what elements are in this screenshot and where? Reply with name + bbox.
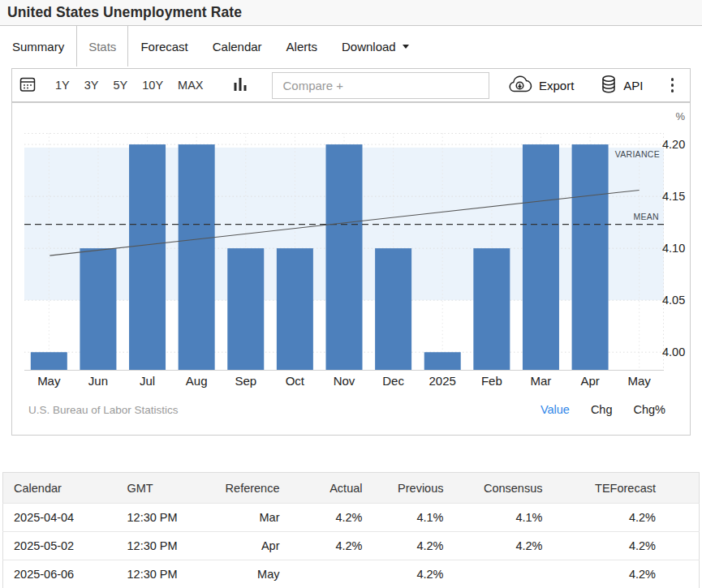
y-axis-tick-label: 4.15	[662, 188, 690, 204]
x-axis-tick-label: Nov	[318, 374, 370, 388]
database-icon	[601, 75, 617, 97]
bar-Dec[interactable]	[375, 248, 411, 370]
x-axis-tick-label: Aug	[170, 374, 222, 388]
date-range-calendar-button[interactable]	[19, 75, 37, 96]
range-button-5y[interactable]: 5Y	[106, 79, 136, 92]
bar-Mar[interactable]	[523, 144, 559, 370]
bar-Nov[interactable]	[326, 144, 363, 370]
kebab-dot	[671, 84, 674, 87]
bar-Apr[interactable]	[572, 144, 609, 370]
export-label: Export	[539, 79, 574, 92]
legend-link-chg[interactable]: Chg	[591, 403, 613, 416]
bar-Jul[interactable]	[129, 144, 166, 370]
tab-label: Calendar	[213, 40, 262, 54]
table-header-previous: Previous	[369, 473, 450, 504]
table-header-teforecast: TEForecast	[549, 473, 700, 504]
bar-2025[interactable]	[424, 352, 461, 370]
chart-toolbar: 1Y3Y5Y10YMAX Export	[11, 68, 691, 102]
range-selector: 1Y3Y5Y10YMAX	[48, 79, 210, 92]
y-axis-tick-label: 4.05	[662, 292, 690, 308]
table-header-reference: Reference	[209, 473, 286, 504]
table-cell	[286, 560, 369, 588]
table-cell: 4.2%	[286, 504, 369, 532]
table-cell: 12:30 PM	[117, 504, 209, 532]
legend-link-chg[interactable]: Chg%	[634, 403, 666, 416]
y-axis-tick-label: 4.20	[662, 136, 690, 152]
calendar-icon	[19, 75, 37, 96]
x-axis-tick-label: Apr	[564, 374, 616, 388]
mean-label: MEAN	[633, 212, 659, 221]
tab-forecast[interactable]: Forecast	[128, 26, 200, 67]
table-header-gmt: GMT	[117, 473, 209, 504]
bar-May[interactable]	[31, 352, 67, 370]
range-button-1y[interactable]: 1Y	[48, 79, 77, 92]
chart-plot	[24, 133, 664, 373]
table-cell: 12:30 PM	[117, 532, 209, 560]
x-axis-tick-label: Feb	[466, 374, 518, 388]
tab-download[interactable]: Download	[329, 26, 421, 67]
export-button[interactable]: Export	[507, 75, 574, 96]
tab-alerts[interactable]: Alerts	[274, 26, 329, 67]
x-axis-tick-label: May	[614, 374, 665, 388]
tab-label: Forecast	[140, 40, 187, 54]
page-title: United States Unemployment Rate	[7, 4, 242, 21]
table-cell: 4.2%	[369, 532, 450, 560]
bar-Jun[interactable]	[80, 248, 116, 370]
bar-Aug[interactable]	[179, 144, 215, 370]
legend-link-value[interactable]: Value	[540, 403, 570, 416]
table-cell: Apr	[209, 532, 286, 560]
kebab-dot	[671, 89, 674, 92]
table-cell: 4.2%	[549, 504, 700, 532]
table-row: 2025-05-0212:30 PMApr4.2%4.2%4.2%4.2%	[3, 532, 700, 560]
tab-summary[interactable]: Summary	[0, 26, 76, 67]
calendar-table-wrap: CalendarGMTReferenceActualPreviousConsen…	[2, 472, 700, 588]
y-axis-tick-label: 4.00	[662, 344, 690, 360]
x-axis-tick-label: Sep	[220, 374, 272, 388]
tab-label: Download	[342, 40, 396, 54]
table-cell: 4.2%	[369, 560, 450, 588]
table-row: 2025-06-0612:30 PMMay4.2%4.2%	[3, 560, 700, 588]
table-cell: 4.2%	[549, 532, 700, 560]
source-attribution: U.S. Bureau of Labor Statistics	[28, 404, 179, 416]
bar-Oct[interactable]	[277, 248, 313, 370]
x-axis-tick-label: 2025	[416, 374, 468, 388]
table-cell: 4.2%	[549, 560, 700, 588]
y-axis-unit: %	[675, 110, 685, 122]
range-button-3y[interactable]: 3Y	[77, 79, 106, 92]
table-header-actual: Actual	[286, 473, 369, 504]
bar-Sep[interactable]	[227, 248, 264, 370]
table-cell: 4.1%	[369, 504, 450, 532]
table-cell: 12:30 PM	[117, 560, 209, 588]
range-button-10y[interactable]: 10Y	[135, 79, 170, 92]
x-axis-tick-label: Jun	[72, 374, 124, 388]
tab-stats[interactable]: Stats	[76, 26, 128, 67]
table-header-calendar: Calendar	[3, 473, 117, 504]
table-cell	[450, 560, 549, 588]
table-cell: 4.2%	[286, 532, 369, 560]
x-axis-tick-label: Jul	[122, 374, 174, 388]
chart-card: % 4.004.054.104.154.20 MayJunJulAugSepOc…	[11, 102, 691, 436]
tab-label: Stats	[88, 40, 116, 54]
table-row: 2025-04-0412:30 PMMar4.2%4.1%4.1%4.2%	[3, 504, 700, 532]
column-chart-icon	[233, 76, 248, 95]
table-header-consensus: Consensus	[450, 473, 549, 504]
table-cell: Mar	[209, 504, 286, 532]
calendar-table: CalendarGMTReferenceActualPreviousConsen…	[2, 472, 700, 588]
api-button[interactable]: API	[601, 75, 643, 97]
kebab-menu-button[interactable]	[668, 75, 678, 95]
compare-input[interactable]	[272, 72, 489, 99]
x-axis-tick-label: Mar	[515, 374, 566, 388]
tab-bar: SummaryStatsForecastCalendarAlertsDownlo…	[0, 26, 702, 67]
tab-label: Summary	[12, 40, 64, 54]
table-cell: 4.1%	[450, 504, 549, 532]
x-axis-tick-label: Oct	[269, 374, 321, 388]
bar-Feb[interactable]	[473, 248, 510, 370]
x-axis-tick-label: Dec	[368, 374, 420, 388]
range-button-max[interactable]: MAX	[170, 79, 210, 92]
tab-calendar[interactable]: Calendar	[200, 26, 274, 67]
table-header-row: CalendarGMTReferenceActualPreviousConsen…	[3, 473, 700, 504]
chart-type-button[interactable]	[233, 76, 248, 95]
toolbar-actions: Export API	[507, 75, 690, 97]
table-cell: May	[209, 560, 286, 588]
table-cell: 4.2%	[450, 532, 549, 560]
